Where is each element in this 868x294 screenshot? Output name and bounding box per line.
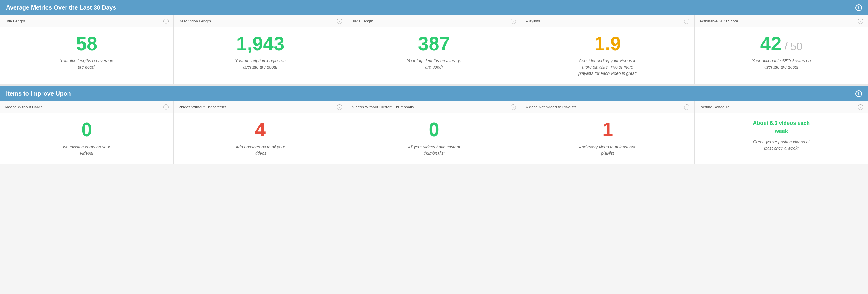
- section-title-average-metrics: Average Metrics Over the Last 30 Days: [6, 4, 116, 11]
- metric-description-posting-schedule: Great, you're posting videos at least on…: [751, 139, 811, 151]
- metric-cell-tags-length: Tags Lengthi387Your tags lengths on aver…: [347, 15, 521, 84]
- metric-description-videos-not-added-to-playlists: Add every video to at least one playlist: [578, 144, 638, 156]
- metric-label-videos-without-cards: Videos Without Cardsi: [0, 101, 174, 113]
- metric-cell-actionable-seo-score: Actionable SEO Scorei42 / 50Your actiona…: [694, 15, 868, 84]
- metric-description-videos-without-cards: No missing cards on your videos!: [57, 144, 117, 156]
- metric-label-text-tags-length: Tags Length: [352, 19, 373, 23]
- metric-score-max-actionable-seo-score: / 50: [781, 40, 803, 53]
- metric-cell-title-length: Title Lengthi58Your title lengths on ave…: [0, 15, 174, 84]
- metric-label-title-length: Title Lengthi: [0, 15, 174, 27]
- metric-label-videos-not-added-to-playlists: Videos Not Added to Playlistsi: [521, 101, 694, 113]
- cell-info-icon-posting-schedule[interactable]: i: [858, 105, 863, 110]
- metric-value-tags-length: 387: [418, 33, 450, 54]
- metric-cell-videos-without-endscreens: Videos Without Endscreensi4Add endscreen…: [174, 101, 347, 164]
- metrics-row-average-metrics: Title Lengthi58Your title lengths on ave…: [0, 15, 868, 84]
- section-header-average-metrics: Average Metrics Over the Last 30 Daysi: [0, 0, 868, 15]
- metric-value-videos-not-added-to-playlists: 1: [602, 119, 613, 140]
- cell-info-icon-title-length[interactable]: i: [163, 19, 169, 24]
- metric-label-tags-length: Tags Lengthi: [347, 15, 521, 27]
- metric-label-playlists: Playlistsi: [521, 15, 694, 27]
- metric-label-text-actionable-seo-score: Actionable SEO Score: [699, 19, 738, 23]
- metric-description-videos-without-custom-thumbnails: All your videos have custom thumbnails!: [404, 144, 464, 156]
- metric-value-videos-without-custom-thumbnails: 0: [429, 119, 439, 140]
- metric-description-videos-without-endscreens: Add endscreens to all your videos: [230, 144, 290, 156]
- cell-info-icon-description-length[interactable]: i: [337, 19, 342, 24]
- metric-value-title-length: 58: [76, 33, 97, 54]
- cell-info-icon-videos-without-custom-thumbnails[interactable]: i: [510, 105, 516, 110]
- metric-description-actionable-seo-score: Your actionable SEO Scores on average ar…: [751, 58, 811, 70]
- cell-info-icon-playlists[interactable]: i: [684, 19, 689, 24]
- metric-cell-description-length: Description Lengthi1,943Your description…: [174, 15, 347, 84]
- metric-label-description-length: Description Lengthi: [174, 15, 347, 27]
- section-info-icon-items-to-improve[interactable]: i: [856, 90, 862, 97]
- metric-value-videos-without-endscreens: 4: [255, 119, 266, 140]
- metric-cell-videos-without-cards: Videos Without Cardsi0No missing cards o…: [0, 101, 174, 164]
- metric-cell-posting-schedule: Posting ScheduleiAbout 6.3 videos each w…: [694, 101, 868, 164]
- metric-body-videos-without-endscreens: 4Add endscreens to all your videos: [174, 113, 347, 164]
- metric-label-actionable-seo-score: Actionable SEO Scorei: [694, 15, 868, 27]
- metric-label-videos-without-endscreens: Videos Without Endscreensi: [174, 101, 347, 113]
- metric-description-playlists: Consider adding your videos to more play…: [578, 58, 638, 77]
- metric-description-title-length: Your title lengths on average are good!: [57, 58, 117, 70]
- metric-cell-playlists: Playlistsi1.9Consider adding your videos…: [521, 15, 695, 84]
- metric-label-text-description-length: Description Length: [179, 19, 211, 23]
- metric-value-posting-schedule: About 6.3 videos each week: [751, 119, 811, 135]
- metric-body-posting-schedule: About 6.3 videos each weekGreat, you're …: [694, 113, 868, 164]
- metric-body-actionable-seo-score: 42 / 50Your actionable SEO Scores on ave…: [694, 27, 868, 84]
- metric-body-videos-without-cards: 0No missing cards on your videos!: [0, 113, 174, 164]
- metric-cell-videos-without-custom-thumbnails: Videos Without Custom Thumbnailsi0All yo…: [347, 101, 521, 164]
- metric-body-videos-without-custom-thumbnails: 0All your videos have custom thumbnails!: [347, 113, 521, 164]
- cell-info-icon-videos-without-cards[interactable]: i: [163, 105, 169, 110]
- metric-label-text-videos-without-custom-thumbnails: Videos Without Custom Thumbnails: [352, 105, 414, 109]
- metric-label-text-posting-schedule: Posting Schedule: [699, 105, 730, 109]
- section-header-items-to-improve: Items to Improve Uponi: [0, 86, 868, 101]
- metric-cell-videos-not-added-to-playlists: Videos Not Added to Playlistsi1Add every…: [521, 101, 695, 164]
- cell-info-icon-actionable-seo-score[interactable]: i: [858, 19, 863, 24]
- metric-body-videos-not-added-to-playlists: 1Add every video to at least one playlis…: [521, 113, 694, 164]
- metric-label-text-title-length: Title Length: [5, 19, 25, 23]
- metric-label-text-playlists: Playlists: [526, 19, 540, 23]
- metric-description-tags-length: Your tags lengths on average are good!: [404, 58, 464, 70]
- metric-label-text-videos-not-added-to-playlists: Videos Not Added to Playlists: [526, 105, 577, 109]
- cell-info-icon-tags-length[interactable]: i: [510, 19, 516, 24]
- metric-label-text-videos-without-endscreens: Videos Without Endscreens: [179, 105, 226, 109]
- metric-body-playlists: 1.9Consider adding your videos to more p…: [521, 27, 694, 84]
- dashboard: Average Metrics Over the Last 30 DaysiTi…: [0, 0, 868, 164]
- metric-value-videos-without-cards: 0: [81, 119, 92, 140]
- metric-label-videos-without-custom-thumbnails: Videos Without Custom Thumbnailsi: [347, 101, 521, 113]
- metric-value-description-length: 1,943: [236, 33, 284, 54]
- metric-value-actionable-seo-score: 42 / 50: [760, 33, 803, 54]
- section-title-items-to-improve: Items to Improve Upon: [6, 90, 71, 97]
- metric-value-playlists: 1.9: [594, 33, 621, 54]
- metric-description-description-length: Your description lengths on average are …: [230, 58, 290, 70]
- cell-info-icon-videos-without-endscreens[interactable]: i: [337, 105, 342, 110]
- metrics-row-items-to-improve: Videos Without Cardsi0No missing cards o…: [0, 101, 868, 164]
- metric-body-description-length: 1,943Your description lengths on average…: [174, 27, 347, 84]
- metric-label-posting-schedule: Posting Schedulei: [694, 101, 868, 113]
- section-info-icon-average-metrics[interactable]: i: [856, 4, 862, 11]
- metric-body-tags-length: 387Your tags lengths on average are good…: [347, 27, 521, 84]
- metric-label-text-videos-without-cards: Videos Without Cards: [5, 105, 42, 109]
- cell-info-icon-videos-not-added-to-playlists[interactable]: i: [684, 105, 689, 110]
- metric-body-title-length: 58Your title lengths on average are good…: [0, 27, 174, 84]
